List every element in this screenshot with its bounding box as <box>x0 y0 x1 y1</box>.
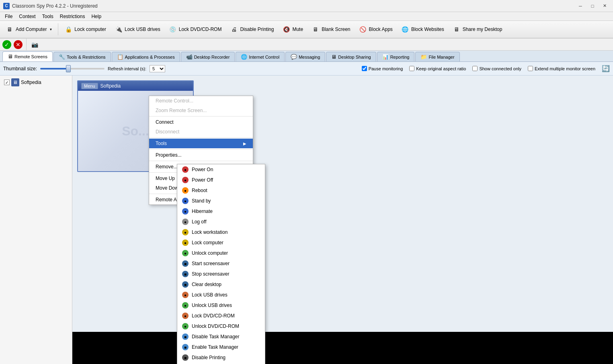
show-connected-group: Show connected only <box>472 66 521 71</box>
thumbnail-slider[interactable] <box>40 68 105 70</box>
sub-disable-printing[interactable]: ■ Disable Printing <box>177 352 265 363</box>
slider-thumb[interactable] <box>66 65 71 72</box>
lock-dvd-sub-icon: ● <box>182 313 189 319</box>
sidebar-item-label: Softpedia <box>21 80 41 85</box>
ctx-disconnect: Disconnect <box>149 127 253 137</box>
options-left: Thumbnail size: Refresh interval (s): 5 … <box>3 65 165 72</box>
ctx-tools-arrow: ▶ <box>243 141 246 146</box>
sub-unlock-dvd[interactable]: ● Unlock DVD/CD-ROM <box>177 321 265 331</box>
main-area: ✓ 🖥 Softpedia Menu Softpedia So... Remot… <box>0 76 613 364</box>
connect-button[interactable]: ✓ <box>2 40 11 49</box>
tab-messaging[interactable]: 💬 Messaging <box>285 52 325 61</box>
sub-enable-task[interactable]: ■ Enable Task Manager <box>177 342 265 352</box>
window-title: Classroom Spy Pro 4.2.2 - Unregistered <box>12 3 575 9</box>
options-bar: Thumbnail size: Refresh interval (s): 5 … <box>0 62 613 76</box>
tab-desktop-sharing[interactable]: 🖥 Desktop Sharing <box>326 52 376 61</box>
thumb-menu-button[interactable]: Menu <box>81 83 98 89</box>
window-controls: ─ □ ✕ <box>575 2 610 10</box>
power-on-icon: ● <box>182 166 189 173</box>
usb-icon: 🔌 <box>114 25 123 34</box>
tab-internet-control[interactable]: 🌐 Internet Control <box>236 52 285 61</box>
sub-log-off[interactable]: ● Log off <box>177 217 265 227</box>
disable-printing-sub-icon: ■ <box>182 354 189 361</box>
recorder-tab-icon: 📹 <box>186 54 193 60</box>
sub-lock-workstation[interactable]: ● Lock workstation <box>177 227 265 237</box>
sub-hibernate[interactable]: ● Hibernate <box>177 206 265 217</box>
lock-usb-button[interactable]: 🔌 Lock USB drives <box>111 22 164 37</box>
sub-unlock-computer[interactable]: ● Unlock computer <box>177 248 265 258</box>
sub-power-off[interactable]: ● Power Off <box>177 175 265 185</box>
dvd-icon: 💿 <box>168 25 177 34</box>
lock-computer-button[interactable]: 🔒 Lock computer <box>60 22 110 37</box>
show-connected-checkbox[interactable] <box>472 66 478 71</box>
thumbnail-label: Thumbnail size: <box>3 66 37 72</box>
share-icon: 🖥 <box>452 25 461 34</box>
refresh-select[interactable]: 5 10 30 <box>150 65 165 72</box>
sub-clear-desktop[interactable]: ■ Clear desktop <box>177 279 265 290</box>
tab-apps-processes[interactable]: 📋 Applications & Processes <box>112 52 180 61</box>
mute-icon: 🔇 <box>282 25 291 34</box>
sub-lock-computer[interactable]: ● Lock computer <box>177 237 265 248</box>
sharing-tab-icon: 🖥 <box>331 54 336 60</box>
add-computer-button[interactable]: 🖥 Add Computer ▼ <box>2 22 56 37</box>
keep-aspect-checkbox[interactable] <box>409 66 414 71</box>
menu-tools[interactable]: Tools <box>39 13 57 20</box>
tab-tools-restrictions[interactable]: 🔧 Tools & Restrictions <box>53 52 111 61</box>
sub-lock-dvd[interactable]: ● Lock DVD/CD-ROM <box>177 311 265 321</box>
ctx-tools[interactable]: Tools ▶ <box>149 139 253 148</box>
blank-icon: 🖥 <box>311 25 320 34</box>
refresh-icon[interactable]: 🔄 <box>602 65 610 72</box>
lock-workstation-icon: ● <box>182 229 189 235</box>
sub-power-on[interactable]: ● Power On <box>177 164 265 175</box>
menu-context[interactable]: Context <box>16 13 39 20</box>
tab-reporting[interactable]: 📊 Reporting <box>377 52 415 61</box>
mute-button[interactable]: 🔇 Mute <box>278 22 307 37</box>
sub-stand-by[interactable]: ● Stand by <box>177 196 265 206</box>
lock-usb-sub-icon: ● <box>182 292 189 298</box>
enable-task-icon: ■ <box>182 344 189 350</box>
dropdown-arrow-icon: ▼ <box>49 28 52 31</box>
title-bar: C Classroom Spy Pro 4.2.2 - Unregistered… <box>0 0 613 12</box>
sub-disable-task[interactable]: ■ Disable Task Manager <box>177 331 265 342</box>
blank-screen-button[interactable]: 🖥 Blank Screen <box>308 22 354 37</box>
tab-file-manager[interactable]: 📁 File Manager <box>415 52 459 61</box>
ctx-divider-1 <box>149 116 253 117</box>
close-button[interactable]: ✕ <box>599 2 610 10</box>
menu-help[interactable]: Help <box>88 13 105 20</box>
sub-start-screensaver[interactable]: ■ Start screensaver <box>177 258 265 269</box>
menu-restrictions[interactable]: Restrictions <box>57 13 88 20</box>
sub-lock-usb[interactable]: ● Lock USB drives <box>177 290 265 300</box>
sidebar-checkbox[interactable]: ✓ <box>4 80 10 85</box>
pause-monitoring-group: Pause monitoring <box>362 66 403 71</box>
maximize-button[interactable]: □ <box>587 2 598 10</box>
disable-printing-button[interactable]: 🖨 Disable Printing <box>226 22 277 37</box>
extend-monitor-checkbox[interactable] <box>528 66 533 71</box>
screenshot-button[interactable]: 📷 <box>30 40 39 49</box>
thumb-header: Menu Softpedia <box>78 81 193 91</box>
block-websites-button[interactable]: 🌐 Block Websites <box>397 22 448 37</box>
pause-monitoring-checkbox[interactable] <box>362 66 367 71</box>
clear-desktop-icon: ■ <box>182 281 189 288</box>
block-apps-button[interactable]: 🚫 Block Apps <box>355 22 396 37</box>
tab-desktop-recorder[interactable]: 📹 Desktop Recorder <box>181 52 235 61</box>
tools-tab-icon: 🔧 <box>59 54 65 60</box>
lock-dvd-button[interactable]: 💿 Lock DVD/CD-ROM <box>165 22 226 37</box>
tab-remote-screens[interactable]: 🖥 Remote Screens <box>2 51 53 61</box>
sub-unlock-usb[interactable]: ● Unlock USB drives <box>177 300 265 311</box>
hibernate-icon: ● <box>182 208 189 215</box>
stop-screensaver-icon: ■ <box>182 271 189 277</box>
minimize-button[interactable]: ─ <box>575 2 586 10</box>
ctx-properties[interactable]: Properties... <box>149 150 253 160</box>
disconnect-button[interactable]: ✕ <box>14 40 23 49</box>
refresh-label: Refresh interval (s): <box>108 66 146 71</box>
sidebar-item-softpedia[interactable]: ✓ 🖥 Softpedia <box>2 77 70 88</box>
keep-aspect-label: Keep original aspect ratio <box>416 66 466 71</box>
quick-bar: ✓ ✕ 📷 <box>0 39 613 51</box>
ctx-connect[interactable]: Connect <box>149 117 253 127</box>
menu-file[interactable]: File <box>2 13 16 20</box>
sub-reboot[interactable]: ● Reboot <box>177 185 265 196</box>
content-area: Menu Softpedia So... Remote Control... Z… <box>72 76 613 364</box>
options-right: Pause monitoring Keep original aspect ra… <box>362 65 610 72</box>
sub-stop-screensaver[interactable]: ■ Stop screensaver <box>177 269 265 279</box>
share-desktop-button[interactable]: 🖥 Share my Desktop <box>449 22 506 37</box>
